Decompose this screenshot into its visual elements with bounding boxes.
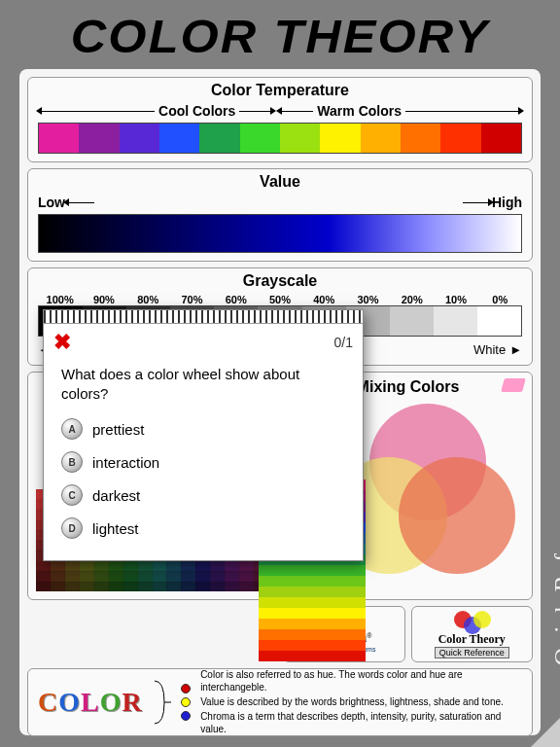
answer-option[interactable]: Binteraction [61, 445, 345, 479]
notepad-binding-icon [44, 310, 363, 324]
color-word: COLOR [38, 687, 143, 718]
answer-button[interactable]: D [61, 517, 83, 539]
arrow-left-icon [65, 202, 94, 203]
eraser-icon[interactable] [501, 378, 526, 392]
footer-text: Color is also referred to as hue. The wo… [200, 668, 522, 737]
brand-color-theory: Color Theory Quick Reference [411, 606, 534, 662]
page-curl-icon [531, 718, 560, 747]
arrow-right-icon [463, 202, 492, 203]
answer-text: interaction [92, 454, 159, 471]
footer: COLOR Color is also referred to as hue. … [27, 668, 533, 736]
white-label: White► [473, 342, 522, 357]
bullet-list [181, 684, 191, 721]
section-value: Value Low High [27, 168, 533, 262]
close-icon[interactable]: ✖ [53, 330, 71, 355]
side-label: Quick Reference [549, 480, 560, 665]
page-title: COLOR THEORY [0, 0, 560, 69]
arrow-right-icon [239, 111, 274, 112]
quiz-popup: ✖ 0/1 What does a color wheel show about… [43, 309, 364, 561]
answer-option[interactable]: Dlightest [61, 512, 345, 545]
value-title: Value [38, 173, 522, 191]
answer-button[interactable]: C [61, 484, 83, 506]
grayscale-title: Grayscale [38, 272, 522, 290]
warm-label: Warm Colors [317, 103, 402, 119]
answer-button[interactable]: B [61, 451, 83, 473]
section-temperature: Color Temperature Cool Colors Warm Color… [27, 77, 533, 162]
quiz-question: What does a color wheel show about color… [44, 361, 363, 412]
value-gradient [38, 214, 522, 253]
temperature-swatches [38, 123, 522, 154]
answer-button[interactable]: A [61, 418, 83, 440]
bracket-icon [153, 675, 171, 729]
temperature-title: Color Temperature [38, 82, 522, 99]
arrow-left-icon [38, 111, 155, 112]
answer-text: prettiest [92, 421, 144, 438]
grayscale-labels: 100%90%80%70%60%50%40%30%20%10%0% [38, 294, 522, 305]
arrow-left-icon [278, 111, 313, 112]
arrow-right-icon [405, 111, 522, 112]
quiz-counter: 0/1 [334, 335, 353, 350]
cool-label: Cool Colors [158, 103, 235, 119]
answer-option[interactable]: Aprettiest [61, 412, 345, 445]
answer-text: darkest [92, 487, 140, 504]
answer-text: lightest [92, 520, 139, 537]
quiz-answers: AprettiestBinteractionCdarkestDlightest [44, 412, 363, 560]
answer-option[interactable]: Cdarkest [61, 479, 345, 512]
